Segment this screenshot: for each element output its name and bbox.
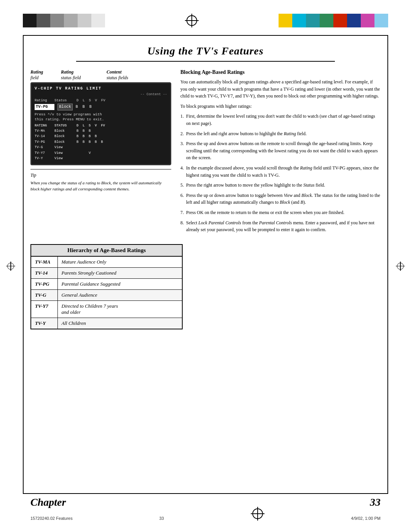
tv-message-line2: this rating. Press MENU to exit.: [35, 117, 167, 122]
tv-message: Press ^/v to view programs with this rat…: [35, 112, 167, 122]
table-cell-desc-tvg: General Audience: [57, 289, 182, 300]
step-7: 7. Press OK on the remote to return to t…: [180, 209, 381, 216]
label-status-fields: status fields: [107, 75, 171, 81]
table-cell-code-tvg: TV-G: [31, 289, 57, 300]
tv-row-tv14-b: B: [95, 134, 104, 139]
top-color-bar: [0, 11, 411, 30]
table-row: TV-Y7 Directed to Children 7 yearsand ol…: [31, 300, 182, 318]
tip-label: Tip: [30, 173, 171, 178]
hierarchy-section: Hierarchy of Age-Based Ratings TV-MA Mat…: [30, 244, 183, 329]
hierarchy-title: Hierarchy of Age-Based Ratings: [30, 244, 183, 256]
top-section: Rating field Rating status field Content…: [30, 69, 381, 236]
table-cell-desc-tvma: Mature Audience Only: [57, 256, 182, 268]
step-6-num: 6.: [180, 192, 184, 206]
tip-text: When you change the status of a rating t…: [30, 180, 171, 192]
color-block-gray1: [37, 14, 50, 27]
table-row: TV-14 Parents Strongly Cautioned: [31, 267, 182, 278]
table-cell-desc-tv14: Parents Strongly Cautioned: [57, 267, 182, 278]
left-border-line: [23, 35, 24, 494]
tv-col-s-header: S: [89, 123, 95, 129]
tv-row-tvma-s: B: [89, 129, 95, 134]
tv-col-vfv-header: V FV: [95, 123, 104, 129]
tv-header-status: Status: [54, 98, 76, 104]
footer: 15720240.02 Features 33 4/9/02, 1:00 PM: [30, 507, 381, 521]
crosshair-circle-top: [186, 15, 197, 26]
color-block-teal: [306, 14, 320, 27]
step-8-text: Select Lock Parental Controls from the P…: [186, 219, 381, 233]
color-block-magenta: [361, 14, 374, 27]
tv-row-tvma-rating: TV-MA: [35, 129, 54, 134]
footer-right: 4/9/02, 1:00 PM: [351, 516, 381, 521]
tv-data-row-tvy7: TV-Y7 View V: [35, 151, 167, 156]
step-3-num: 3.: [180, 140, 184, 161]
intro-text: You can automatically block all program …: [180, 78, 381, 100]
tv-header-main-row: Rating Status D L S V FV: [35, 98, 167, 104]
tv-row-tvy7-status: View: [54, 151, 76, 156]
crosshair-icon-left: [6, 262, 15, 271]
tv-row-tv14-status: Block: [54, 134, 76, 139]
label-content-bold: Content: [107, 69, 171, 75]
tv-row-tvpg-status: Block: [54, 140, 76, 145]
right-column: Blocking Age-Based Ratings You can autom…: [180, 69, 381, 236]
step-2: 2. Press the left and right arrow button…: [180, 130, 381, 137]
tv-col-d-header: D: [76, 123, 83, 129]
tv-data-row-tvma: TV-MA Block B B B: [35, 129, 167, 134]
color-block-blue: [347, 14, 361, 27]
tv-row-tv14-rating: TV-14: [35, 134, 54, 139]
color-block-gray4: [78, 14, 91, 27]
crosshair-footer: [251, 507, 264, 521]
label-rating-bold: Rating: [30, 69, 61, 75]
table-cell-desc-tvy7: Directed to Children 7 yearsand older: [57, 300, 182, 318]
tv-screen-title: V-CHIP TV RATING LIMIT: [35, 86, 102, 91]
left-column: Rating field Rating status field Content…: [30, 69, 171, 236]
tv-col-status-header: STATUS: [54, 123, 76, 129]
right-border-line: [387, 35, 388, 494]
tv-row-tvy-status: View: [54, 156, 76, 161]
tv-row-tvma-l: B: [83, 129, 89, 134]
step-3-text: Press the up and down arrow buttons on t…: [186, 140, 381, 161]
tv-row-tvy7-v: V: [89, 151, 91, 156]
label-status-field-text: status field: [61, 75, 107, 81]
step-4: 4. In the example discussed above, you w…: [180, 165, 381, 179]
label-field: field: [30, 75, 61, 81]
rating-labels: Rating field Rating status field Content…: [30, 69, 171, 81]
step-3: 3. Press the up and down arrow buttons o…: [180, 140, 381, 161]
tv-active-rating: TV-PG: [35, 104, 54, 110]
crosshair-icon-right: [396, 262, 405, 271]
crosshair-icon-top: [185, 14, 199, 27]
tv-data-row-tvpg: TV-PG Block B B B B B: [35, 140, 167, 145]
tv-active-cols: B B B: [76, 104, 92, 110]
color-block-white: [91, 14, 105, 27]
color-block-cyan: [292, 14, 306, 27]
tv-content-label: -- Content --: [140, 92, 167, 97]
tv-data-row-tv14: TV-14 Block B B B B: [35, 134, 167, 139]
crosshair-top: [105, 14, 279, 27]
table-row: TV-G General Audience: [31, 289, 182, 300]
tv-row-tvy7-rating: TV-Y7: [35, 151, 54, 156]
main-content: Rating field Rating status field Content…: [30, 66, 381, 490]
color-blocks-right: [279, 14, 388, 27]
tv-data-header: RATING STATUS D L S V FV: [35, 123, 167, 129]
page-title: Using the TV's Features: [0, 45, 411, 57]
tv-data-row-tvy: TV-Y View: [35, 156, 167, 161]
label-status-field: Rating status field: [61, 69, 107, 81]
label-rating-status-bold: Rating: [61, 69, 107, 75]
tv-row-tvg-status: View: [54, 145, 76, 150]
tv-message-line1: Press ^/v to view programs with: [35, 112, 167, 117]
step-7-text: Press OK on the remote to return to the …: [186, 209, 381, 216]
steps-list: 1. First, determine the lowest level rat…: [180, 113, 381, 233]
color-block-green: [320, 14, 333, 27]
table-row: TV-MA Mature Audience Only: [31, 256, 182, 268]
table-row: TV-PG Parental Guidance Suggested: [31, 278, 182, 289]
tv-header-cols: D L S V FV: [76, 98, 105, 104]
tv-row-tvpg-d: B: [76, 140, 83, 145]
tv-data-row-tvg: TV-G View: [35, 145, 167, 150]
color-block-black: [23, 14, 37, 27]
color-block-gray3: [64, 14, 78, 27]
step-6-text: Press the up or down arrow button to tog…: [186, 192, 381, 206]
tv-row-tv14-s: B: [89, 134, 95, 139]
tv-row-tvpg-s: B: [89, 140, 95, 145]
crosshair-circle-footer: [252, 508, 263, 519]
color-block-gray2: [50, 14, 64, 27]
step-2-num: 2.: [180, 130, 184, 137]
